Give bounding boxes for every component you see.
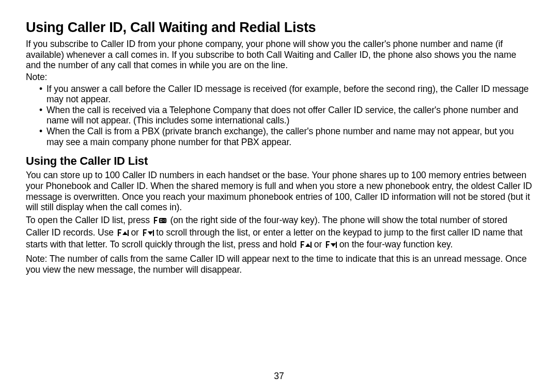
note-label: Note:	[26, 72, 532, 83]
notes-list: If you answer a call before the Caller I…	[26, 84, 532, 148]
text-segment: To open the Caller ID list, press	[26, 215, 152, 225]
text-segment: on the four-way function key.	[337, 239, 453, 249]
list-item: When the Call is from a PBX (private bra…	[47, 126, 532, 147]
list-item: If you answer a call before the Caller I…	[47, 84, 532, 105]
body-paragraph: To open the Caller ID list, press (on th…	[26, 215, 532, 252]
svg-marker-5	[305, 243, 311, 247]
body-paragraph: You can store up to 100 Caller ID number…	[26, 170, 532, 213]
page-number: 37	[0, 371, 558, 382]
down-key-icon	[324, 241, 337, 252]
up-key-icon	[299, 241, 312, 252]
list-item: When the call is received via a Telephon…	[47, 105, 532, 126]
text-segment: or	[129, 227, 142, 238]
up-key-icon	[116, 229, 129, 240]
svg-marker-6	[331, 243, 336, 247]
svg-marker-3	[122, 231, 128, 235]
page-title: Using Caller ID, Call Waiting and Redial…	[26, 20, 532, 36]
section-heading: Using the Caller ID List	[26, 154, 532, 168]
text-segment: or	[312, 239, 324, 249]
down-key-icon	[142, 229, 154, 240]
body-paragraph: Note: The number of calls from the same …	[26, 254, 532, 275]
caller-id-key-icon	[152, 216, 168, 227]
intro-paragraph: If you subscribe to Caller ID from your …	[26, 39, 532, 71]
svg-marker-4	[148, 231, 153, 235]
